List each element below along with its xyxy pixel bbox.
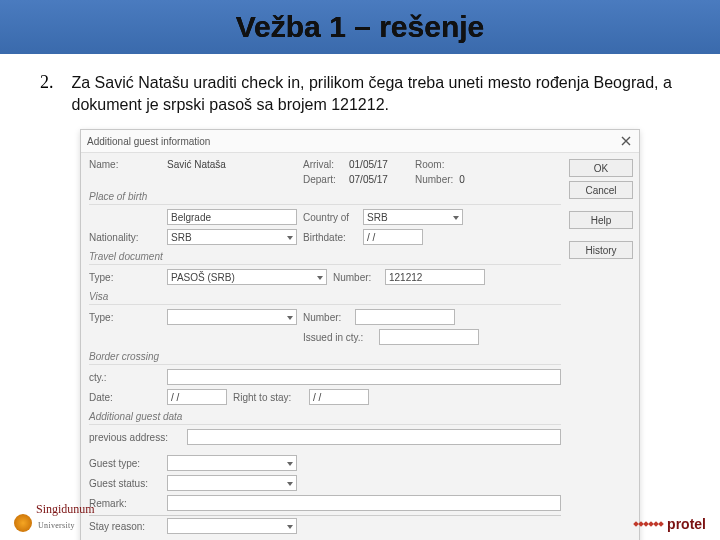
ok-button[interactable]: OK	[569, 159, 633, 177]
doc-type-select[interactable]: PASOŠ (SRB)	[167, 269, 327, 285]
depart-label: Depart:	[303, 174, 343, 185]
singidunum-icon	[14, 514, 32, 532]
border-date-label: Date:	[89, 392, 161, 403]
number-value: 0	[459, 174, 465, 185]
section-border: Border crossing	[89, 351, 561, 365]
visa-issued-label: Issued in cty.:	[303, 332, 373, 343]
birthplace-input[interactable]: Belgrade	[167, 209, 297, 225]
room-label: Room:	[415, 159, 451, 170]
dialog-title: Additional guest information	[87, 136, 210, 147]
visa-type-label: Type:	[89, 312, 161, 323]
border-date-input[interactable]: / /	[167, 389, 227, 405]
singidunum-logo: Singidunum University	[14, 502, 95, 532]
number-label: Number:	[415, 174, 453, 185]
history-button[interactable]: History	[569, 241, 633, 259]
doc-type-label: Type:	[89, 272, 161, 283]
help-button[interactable]: Help	[569, 211, 633, 229]
singidunum-text: Singidunum	[36, 502, 95, 516]
singidunum-sub: University	[38, 521, 75, 530]
visa-number-label: Number:	[303, 312, 349, 323]
birthdate-label: Birthdate:	[303, 232, 357, 243]
birthdate-input[interactable]: / /	[363, 229, 423, 245]
right-to-stay-label: Right to stay:	[233, 392, 303, 403]
guest-type-label: Guest type:	[89, 458, 161, 469]
birth-country-label: Country of	[303, 212, 357, 223]
visa-issued-input[interactable]	[379, 329, 479, 345]
visa-type-select[interactable]	[167, 309, 297, 325]
close-icon[interactable]	[619, 134, 633, 148]
doc-number-label: Number:	[333, 272, 379, 283]
arrival-label: Arrival:	[303, 159, 343, 170]
protel-text: protel	[667, 516, 706, 532]
nationality-label: Nationality:	[89, 232, 161, 243]
slide-title: Vežba 1 – rešenje	[236, 10, 485, 44]
right-to-stay-input[interactable]: / /	[309, 389, 369, 405]
doc-number-input[interactable]: 121212	[385, 269, 485, 285]
nationality-select[interactable]: SRB	[167, 229, 297, 245]
border-city-label: cty.:	[89, 372, 161, 383]
border-city-input[interactable]	[167, 369, 561, 385]
footer: Singidunum University protel	[0, 502, 720, 532]
protel-icon	[634, 522, 663, 526]
guest-status-select[interactable]	[167, 475, 297, 491]
arrival-value: 01/05/17	[349, 159, 409, 170]
section-additional: Additional guest data	[89, 411, 561, 425]
section-travel-doc: Travel document	[89, 251, 561, 265]
slide-title-bar: Vežba 1 – rešenje	[0, 0, 720, 54]
prev-address-input[interactable]	[187, 429, 561, 445]
section-visa: Visa	[89, 291, 561, 305]
prev-address-label: previous address:	[89, 432, 181, 443]
name-label: Name:	[89, 159, 161, 170]
birth-country-select[interactable]: SRB	[363, 209, 463, 225]
cancel-button[interactable]: Cancel	[569, 181, 633, 199]
guest-type-select[interactable]	[167, 455, 297, 471]
protel-logo: protel	[634, 516, 706, 532]
visa-number-input[interactable]	[355, 309, 455, 325]
question-number: 2.	[40, 72, 54, 115]
guest-info-dialog: Additional guest information Name: Savić…	[80, 129, 640, 540]
question-text: Za Savić Natašu uraditi check in, prilik…	[72, 72, 681, 115]
depart-value: 07/05/17	[349, 174, 409, 185]
section-birth: Place of birth	[89, 191, 561, 205]
guest-status-label: Guest status:	[89, 478, 161, 489]
name-value: Savić Nataša	[167, 159, 297, 170]
question-block: 2. Za Savić Natašu uraditi check in, pri…	[0, 54, 720, 123]
